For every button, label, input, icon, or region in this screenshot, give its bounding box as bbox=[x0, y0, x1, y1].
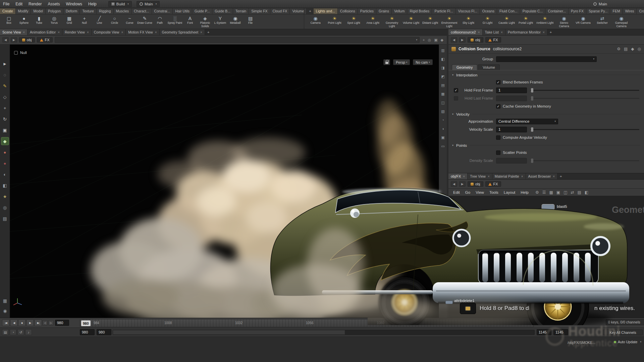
null-target-icon[interactable]: ◎ bbox=[428, 38, 431, 42]
tool-spray-paint[interactable]: ░ Spray Paint bbox=[167, 14, 182, 28]
net-split-icon[interactable]: ◫ bbox=[564, 190, 567, 195]
section-velocity[interactable]: Velocity bbox=[448, 111, 644, 118]
radial-menu-selector[interactable]: Main bbox=[137, 1, 160, 7]
shelf-tab[interactable]: Simple FX bbox=[249, 8, 270, 14]
cache-geometry-checkbox[interactable] bbox=[496, 104, 500, 109]
close-icon[interactable] bbox=[521, 174, 523, 178]
desktop-indicator[interactable]: Main bbox=[593, 2, 607, 6]
close-icon[interactable] bbox=[200, 30, 202, 34]
tool-tube[interactable]: ▮ Tube bbox=[32, 14, 47, 28]
blend-tool-icon[interactable]: ◧ bbox=[1, 182, 9, 189]
shading-mode-icon[interactable]: ▥ bbox=[440, 47, 446, 53]
close-icon[interactable] bbox=[87, 30, 89, 34]
shadows-icon[interactable]: ◩ bbox=[440, 73, 446, 79]
add-tab-button[interactable]: + bbox=[557, 173, 564, 179]
node-blast5-label[interactable]: blast5 bbox=[557, 204, 567, 208]
tool-sky-light[interactable]: ☀ Sky Light bbox=[459, 14, 478, 28]
tool-l-system[interactable]: Y L-System bbox=[213, 14, 228, 28]
shelf-tab[interactable]: Muscles bbox=[114, 8, 132, 14]
tool-font[interactable]: A Font bbox=[182, 14, 198, 28]
network-menu-item[interactable]: Help bbox=[518, 190, 531, 195]
shelf-tab[interactable]: Model bbox=[31, 8, 46, 14]
net-settings-icon[interactable]: ⚙ bbox=[535, 190, 539, 195]
net-snap-icon[interactable]: ▣ bbox=[556, 190, 560, 195]
shelf-tab[interactable]: Rigging bbox=[97, 8, 114, 14]
lighting-icon[interactable]: ◨ bbox=[440, 65, 446, 71]
current-frame-field[interactable]: 980 bbox=[55, 320, 69, 326]
net-display-icon[interactable]: ◧ bbox=[585, 190, 588, 195]
play-button[interactable]: ▶ bbox=[26, 319, 34, 326]
back-icon[interactable]: ◀ bbox=[2, 37, 9, 43]
tool-portal-light[interactable]: ☀ Portal Light bbox=[516, 14, 535, 28]
add-tab-button[interactable]: + bbox=[205, 29, 212, 35]
pane-tab[interactable]: Performance Monitor bbox=[505, 29, 547, 35]
shelf-tab[interactable]: Charact... bbox=[131, 8, 152, 14]
search-icon[interactable]: ◎ bbox=[638, 47, 641, 51]
shelf-tab[interactable]: FEM bbox=[610, 8, 623, 14]
tool-point-light[interactable]: ☀ Point Light bbox=[325, 14, 344, 28]
hold-first-frame-field[interactable]: 1 bbox=[496, 87, 527, 93]
wireframe-icon[interactable]: ◧ bbox=[440, 56, 446, 62]
lock-icon[interactable] bbox=[383, 59, 390, 65]
tool-stereo-camera[interactable]: ◉ Stereo Camera bbox=[554, 14, 574, 28]
shelf-tab[interactable]: Modify bbox=[16, 8, 31, 14]
tool-gamepad-camera[interactable]: ◉ Gamepad Camera bbox=[612, 14, 631, 28]
close-icon[interactable] bbox=[58, 30, 60, 34]
shelf-tab[interactable]: Guide P... bbox=[192, 8, 212, 14]
display-options-icon[interactable]: ◑ bbox=[440, 126, 446, 132]
tool-distant-light[interactable]: ☀ Distant Light bbox=[421, 14, 440, 28]
stop-button[interactable]: ■ bbox=[18, 319, 26, 326]
help-icon[interactable]: ▤ bbox=[624, 47, 628, 51]
velocity-scale-field[interactable]: 1 bbox=[496, 127, 527, 132]
snapshot-view-icon[interactable]: ◔ bbox=[440, 117, 446, 123]
shelf-tab[interactable]: Viscous Fl... bbox=[456, 8, 480, 14]
tool-geometry-light[interactable]: ☀ Geometry Light bbox=[382, 14, 401, 28]
handles-icon[interactable]: ▭ bbox=[440, 143, 446, 149]
scale-tool-icon[interactable]: ▣ bbox=[1, 126, 9, 134]
viewport-3d[interactable]: ►◌✎◇+↻▣◆●●◐◧★◎▤ ▦◉ ▥◧◨◩▤▦◫▧◔◑▣▭ Null Per… bbox=[0, 45, 447, 318]
back-icon[interactable]: ◀ bbox=[451, 37, 457, 43]
close-icon[interactable] bbox=[553, 174, 555, 178]
net-list-icon[interactable]: ☰ bbox=[542, 190, 546, 195]
rotate-tool-icon[interactable]: ↻ bbox=[1, 115, 9, 123]
pane-tab[interactable]: Geometry Spreadsheet bbox=[160, 29, 205, 35]
close-icon[interactable] bbox=[543, 30, 545, 34]
close-icon[interactable] bbox=[463, 174, 465, 178]
param-tab[interactable]: Geometry bbox=[452, 64, 477, 70]
tool-curve[interactable]: ~ Curve bbox=[122, 14, 137, 28]
select-tool-icon[interactable]: ► bbox=[1, 60, 9, 67]
shelf-tab[interactable]: Fluid Con... bbox=[497, 8, 520, 14]
menu-item[interactable]: Edit bbox=[12, 1, 25, 7]
shelf-tab[interactable]: Oceans bbox=[480, 8, 497, 14]
translate-tool-icon[interactable]: + bbox=[1, 104, 9, 112]
jump-end-button[interactable]: ▶| bbox=[34, 319, 42, 326]
group-field[interactable] bbox=[496, 56, 597, 62]
realtime-toggle[interactable]: ◔ bbox=[10, 329, 16, 335]
approximation-dropdown[interactable]: Central Difference bbox=[496, 119, 558, 124]
snap-tool-icon[interactable]: ◎ bbox=[1, 204, 9, 211]
close-icon[interactable] bbox=[155, 30, 157, 34]
path-combo[interactable] bbox=[55, 37, 420, 43]
playbar-display-toggle[interactable]: ▤ bbox=[2, 329, 9, 335]
shelf-tab[interactable]: Terrain bbox=[233, 8, 249, 14]
loop-toggle[interactable]: ↺ bbox=[17, 329, 24, 335]
path-chip-obj[interactable]: obj bbox=[468, 181, 483, 187]
menu-item[interactable]: File bbox=[0, 1, 12, 7]
keys-status-chip[interactable]: 0 keys, 0/0 channels bbox=[606, 319, 644, 325]
range-end-field[interactable]: 1145 bbox=[537, 329, 551, 335]
camera-select-button[interactable]: No cam bbox=[413, 59, 433, 65]
network-menu-item[interactable]: Layout bbox=[501, 190, 518, 195]
prev-frame-button[interactable]: ◁ bbox=[42, 320, 48, 325]
tool-null[interactable]: + Null bbox=[77, 14, 92, 28]
back-icon[interactable]: ◀ bbox=[451, 181, 457, 187]
pane-tab[interactable]: Render View bbox=[62, 29, 92, 35]
pane-tab[interactable]: collisionsource2 bbox=[448, 29, 483, 35]
projection-button[interactable]: Persp bbox=[393, 59, 410, 65]
param-tab[interactable]: Volume bbox=[478, 64, 500, 70]
network-menu-item[interactable]: View bbox=[473, 190, 487, 195]
next-frame-button[interactable]: ▷ bbox=[48, 320, 54, 325]
velocity-scale-slider[interactable] bbox=[530, 129, 639, 130]
shelf-tab[interactable]: Lights and... bbox=[314, 8, 338, 14]
forward-icon[interactable]: ▶ bbox=[459, 181, 466, 187]
network-node[interactable] bbox=[546, 224, 556, 228]
